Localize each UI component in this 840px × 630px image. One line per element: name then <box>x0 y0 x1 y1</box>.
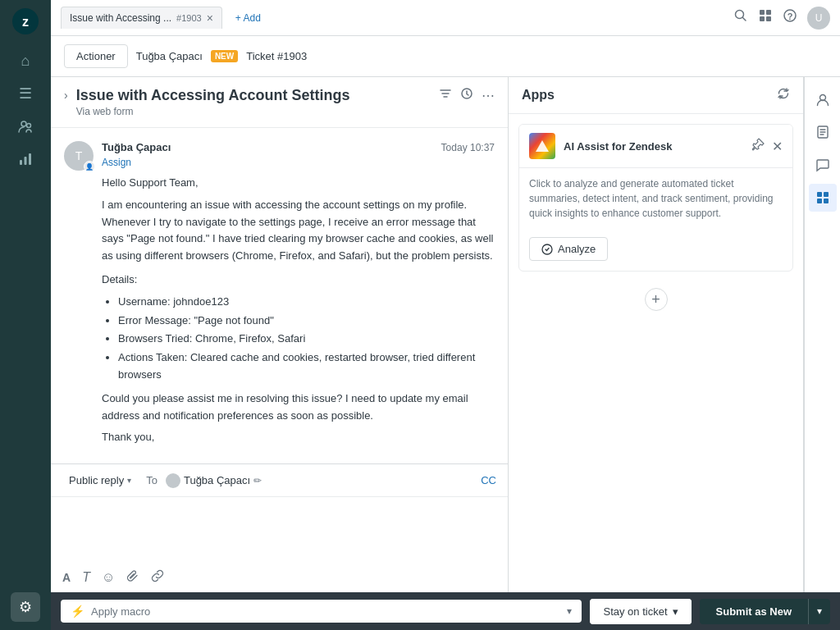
rail-chat-icon[interactable] <box>809 151 837 179</box>
closing-text: Thank you, <box>102 429 495 446</box>
reply-type-btn[interactable]: Public reply ▾ <box>62 471 138 490</box>
reply-input[interactable] <box>51 497 508 563</box>
ticket-header-left: › Issue with Accessing Account Settings … <box>64 87 349 117</box>
admin-icon[interactable]: ⚙ <box>11 592 40 622</box>
rail-apps-icon[interactable] <box>809 184 837 212</box>
tab-close-btn[interactable]: × <box>207 12 213 24</box>
details-label: Details: <box>102 272 495 289</box>
link-icon[interactable] <box>151 569 164 586</box>
collapse-btn[interactable]: › <box>64 87 68 102</box>
content-area: › Issue with Accessing Account Settings … <box>51 77 840 592</box>
details-list: Username: johndoe123 Error Message: "Pag… <box>118 294 495 384</box>
message-meta: Tuğba Çapacı Today 10:37 <box>102 141 495 153</box>
add-app-icon[interactable]: + <box>645 288 668 311</box>
submit-group: Submit as New ▾ <box>700 599 830 624</box>
pin-icon[interactable] <box>752 138 765 154</box>
home-icon[interactable]: ⌂ <box>11 46 40 75</box>
new-tab-btn[interactable]: + Add <box>229 9 267 27</box>
svg-rect-9 <box>766 10 771 15</box>
svg-rect-18 <box>817 192 822 197</box>
message-author: Tuğba Çapacı <box>102 141 171 153</box>
reply-header: Public reply ▾ To Tuğba Çapacı ✏ CC <box>51 464 508 497</box>
ticket-panel: › Issue with Accessing Account Settings … <box>51 77 509 592</box>
svg-text:?: ? <box>788 11 793 21</box>
analyze-button[interactable]: Analyze <box>529 237 608 261</box>
request-text: Could you please assist me in resolving … <box>102 390 495 425</box>
macro-chevron-icon: ▾ <box>567 605 572 617</box>
svg-rect-20 <box>817 199 822 203</box>
svg-text:z: z <box>22 15 29 29</box>
ticket-tab[interactable]: Issue with Accessing ... #1903 × <box>61 7 222 29</box>
message-time: Today 10:37 <box>441 142 495 153</box>
message-item: T 👤 Tuğba Çapacı Today 10:37 Assign Hell… <box>64 141 495 446</box>
app-title-area: AI Assist for Zendesk <box>529 133 672 159</box>
assign-link[interactable]: Assign <box>102 157 495 168</box>
intro-text: I am encountering an issue with accessin… <box>102 197 495 265</box>
apps-panel: Apps AI Assist for Zendesk <box>509 77 804 592</box>
stay-on-ticket-btn[interactable]: Stay on ticket ▾ <box>590 599 691 624</box>
apps-title: Apps <box>522 88 555 103</box>
user-avatar[interactable]: U <box>807 7 830 30</box>
svg-rect-11 <box>766 16 771 21</box>
views-icon[interactable]: ☰ <box>11 79 40 108</box>
attachment-icon[interactable] <box>126 569 139 586</box>
cc-btn[interactable]: CC <box>481 474 496 486</box>
svg-point-2 <box>21 121 26 126</box>
app-name: AI Assist for Zendesk <box>564 140 672 153</box>
macro-input-area[interactable]: ⚡ Apply macro ▾ <box>61 600 582 623</box>
rail-user-icon[interactable] <box>809 85 837 113</box>
history-icon[interactable] <box>460 87 473 103</box>
left-sidebar: z ⌂ ☰ ⚙ <box>0 0 51 630</box>
chevron-down-icon: ▾ <box>127 476 131 485</box>
greeting-text: Hello Support Team, <box>102 175 495 192</box>
logo[interactable]: z <box>12 8 39 34</box>
stay-on-ticket-group: Stay on ticket ▾ <box>590 599 691 624</box>
help-icon[interactable]: ? <box>783 8 797 27</box>
ticket-header-actions: ⋯ <box>439 87 495 103</box>
svg-rect-6 <box>29 153 31 165</box>
rail-article-icon[interactable] <box>809 118 837 146</box>
main-content: Issue with Accessing ... #1903 × + Add ?… <box>51 0 840 630</box>
messages-area: T 👤 Tuğba Çapacı Today 10:37 Assign Hell… <box>51 128 508 463</box>
edit-recipient-icon[interactable]: ✏ <box>253 475 262 486</box>
reply-toolbar: A T ☺ <box>51 563 508 592</box>
ticket-source: Via web form <box>76 106 350 117</box>
text-style-icon[interactable]: T <box>82 570 90 585</box>
customers-icon[interactable] <box>11 112 40 141</box>
search-icon[interactable] <box>733 8 748 27</box>
reporting-icon[interactable] <box>11 144 40 174</box>
svg-rect-8 <box>760 10 765 15</box>
emoji-icon[interactable]: ☺ <box>102 570 115 585</box>
macro-icon: ⚡ <box>71 605 84 618</box>
recipient-avatar <box>166 473 180 488</box>
stay-chevron-icon: ▾ <box>673 605 678 618</box>
secondbar: Actioner Tuğba Çapacı NEW Ticket #1903 <box>51 36 840 77</box>
more-options-icon[interactable]: ⋯ <box>482 88 495 103</box>
svg-rect-5 <box>25 157 27 165</box>
author-avatar: T 👤 <box>64 141 94 171</box>
tab-title: Issue with Accessing ... <box>70 12 171 24</box>
right-rail <box>804 77 840 592</box>
submit-dropdown-btn[interactable]: ▾ <box>808 599 830 624</box>
actioner-button[interactable]: Actioner <box>64 44 128 68</box>
close-card-icon[interactable]: ✕ <box>772 139 783 154</box>
ticket-number-label: Ticket #1903 <box>246 50 307 62</box>
svg-rect-21 <box>824 199 829 203</box>
submit-as-new-btn[interactable]: Submit as New <box>700 599 808 624</box>
reply-type-label: Public reply <box>69 474 124 486</box>
svg-rect-4 <box>20 160 22 165</box>
format-icon[interactable]: A <box>62 571 71 584</box>
list-item: Actions Taken: Cleared cache and cookies… <box>118 349 495 384</box>
new-badge: NEW <box>211 50 238 62</box>
apps-icon[interactable] <box>758 8 773 27</box>
refresh-icon[interactable] <box>777 87 790 103</box>
app-card-icons: ✕ <box>752 138 783 154</box>
ai-assist-card: AI Assist for Zendesk ✕ Click to analyze… <box>518 124 793 272</box>
ticket-title: Issue with Accessing Account Settings <box>76 87 350 104</box>
svg-rect-10 <box>760 16 765 21</box>
filter-icon[interactable] <box>439 87 452 103</box>
macro-text: Apply macro <box>91 605 560 618</box>
list-item: Error Message: "Page not found" <box>118 313 495 330</box>
reply-area: Public reply ▾ To Tuğba Çapacı ✏ CC A T … <box>51 463 508 592</box>
user-name: Tuğba Çapacı <box>136 50 203 62</box>
